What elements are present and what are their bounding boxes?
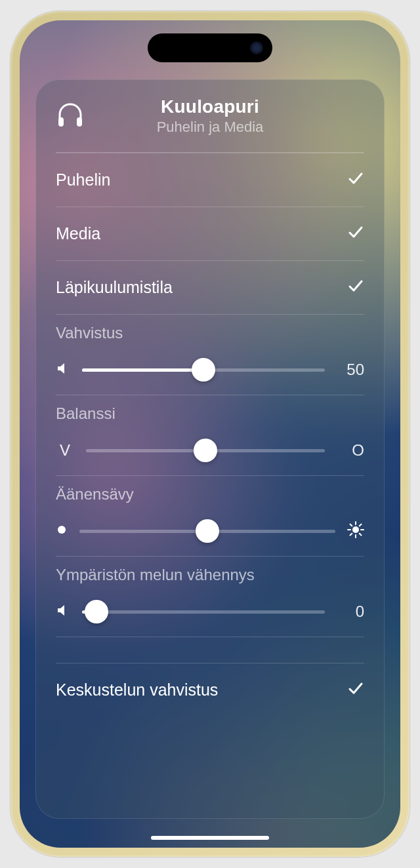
- slider-handle[interactable]: [192, 358, 215, 382]
- svg-rect-0: [58, 117, 64, 127]
- balance-right-label: O: [337, 441, 364, 460]
- svg-point-3: [352, 526, 359, 533]
- option-label: Keskustelun vahvistus: [56, 681, 218, 700]
- option-label: Puhelin: [56, 170, 110, 189]
- slider-track[interactable]: [82, 610, 325, 614]
- svg-line-8: [350, 524, 352, 526]
- camera-dot: [250, 41, 263, 54]
- hearing-panel: Kuuloapuri Puhelin ja Media Puhelin Medi…: [35, 79, 385, 819]
- phone-frame: Kuuloapuri Puhelin ja Media Puhelin Medi…: [10, 11, 410, 857]
- slider-noise-label: Ympäristön melun vähennys: [56, 566, 364, 584]
- headphones-icon: [56, 100, 85, 132]
- phone-screen: Kuuloapuri Puhelin ja Media Puhelin Medi…: [20, 20, 400, 848]
- check-icon: [347, 680, 364, 701]
- option-media[interactable]: Media: [56, 207, 364, 260]
- slider-track[interactable]: [86, 449, 325, 452]
- svg-line-10: [350, 534, 352, 536]
- dynamic-island: [148, 33, 272, 62]
- option-label: Media: [56, 224, 100, 243]
- slider-noise[interactable]: 0: [56, 596, 364, 627]
- dim-icon: [56, 524, 68, 538]
- slider-balance-group: Balanssi V O: [56, 395, 364, 475]
- slider-noise-value: 0: [337, 602, 364, 621]
- slider-track[interactable]: [79, 530, 335, 533]
- slider-tone[interactable]: [56, 515, 364, 547]
- slider-handle[interactable]: [196, 519, 219, 543]
- speaker-low-icon: [56, 361, 70, 378]
- balance-left-label: V: [56, 441, 74, 460]
- panel-subtitle: Puhelin ja Media: [56, 119, 364, 136]
- option-label: Läpikuulumistila: [56, 278, 173, 297]
- slider-tone-label: Äänensävy: [56, 485, 364, 503]
- slider-balance-label: Balanssi: [56, 404, 364, 423]
- panel-title: Kuuloapuri: [56, 96, 364, 117]
- svg-rect-1: [77, 117, 82, 127]
- svg-point-2: [58, 526, 66, 534]
- svg-line-9: [360, 534, 362, 536]
- slider-gain-label: Vahvistus: [56, 324, 364, 342]
- slider-gain[interactable]: 50: [56, 354, 364, 385]
- slider-handle[interactable]: [194, 439, 217, 462]
- speaker-low-icon: [56, 603, 70, 620]
- slider-noise-group: Ympäristön melun vähennys 0: [56, 556, 364, 637]
- option-conversation-boost[interactable]: Keskustelun vahvistus: [56, 663, 364, 717]
- slider-track[interactable]: [82, 368, 325, 372]
- slider-balance[interactable]: V O: [56, 435, 364, 466]
- bright-icon: [347, 521, 364, 541]
- check-icon: [347, 224, 364, 245]
- slider-fill: [82, 368, 203, 372]
- option-transparency[interactable]: Läpikuulumistila: [56, 260, 364, 314]
- slider-handle[interactable]: [85, 600, 108, 623]
- svg-line-11: [360, 524, 362, 526]
- slider-gain-group: Vahvistus 50: [56, 314, 364, 395]
- slider-tone-group: Äänensävy: [56, 475, 364, 556]
- slider-gain-value: 50: [337, 361, 364, 379]
- panel-header: Kuuloapuri Puhelin ja Media: [56, 80, 364, 152]
- check-icon: [347, 170, 364, 191]
- option-phone[interactable]: Puhelin: [56, 153, 364, 207]
- check-icon: [347, 277, 364, 298]
- home-indicator[interactable]: [151, 836, 269, 840]
- spacer: [56, 637, 364, 663]
